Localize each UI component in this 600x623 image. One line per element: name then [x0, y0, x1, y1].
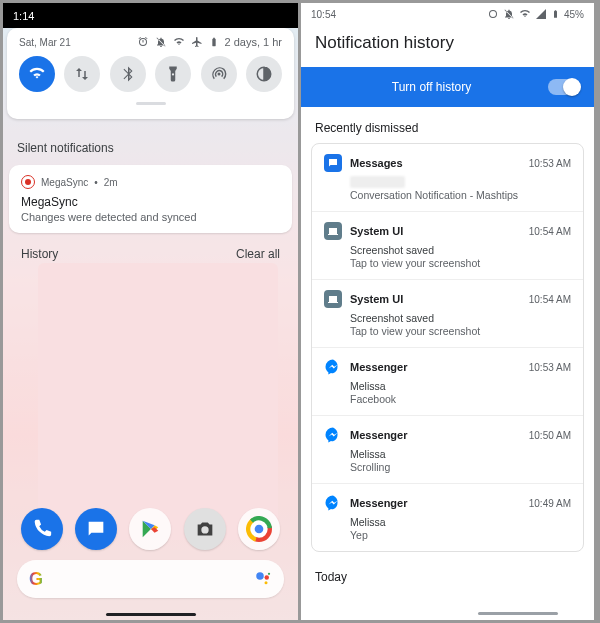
redacted-sender — [350, 176, 405, 188]
assistant-icon[interactable] — [254, 570, 272, 588]
history-app-name: Messenger — [350, 429, 521, 441]
wifi-icon — [519, 8, 531, 20]
phone-app-icon[interactable] — [21, 508, 63, 550]
messenger-app-icon — [324, 426, 342, 444]
history-app-name: System UI — [350, 225, 521, 237]
battery-pct: 45% — [564, 9, 584, 20]
history-time: 10:50 AM — [529, 430, 571, 441]
today-header: Today — [301, 562, 594, 592]
history-line1: Melissa — [350, 380, 571, 392]
qs-tile-bluetooth[interactable] — [110, 56, 146, 92]
system-ui-app-icon — [324, 222, 342, 240]
google-logo-icon: G — [29, 569, 43, 590]
history-app-name: Messages — [350, 157, 521, 169]
qs-tile-dark-theme[interactable] — [246, 56, 282, 92]
svg-point-4 — [255, 525, 264, 534]
history-line2: Scrolling — [350, 461, 571, 473]
history-line1: Screenshot saved — [350, 244, 571, 256]
flashlight-icon — [164, 65, 182, 83]
notification-app-name: MegaSync — [41, 177, 88, 188]
search-bar[interactable]: G — [17, 560, 284, 598]
dot-separator: • — [94, 177, 98, 188]
messenger-app-icon — [324, 494, 342, 512]
gesture-nav-handle[interactable] — [478, 612, 558, 615]
history-line1: Screenshot saved — [350, 312, 571, 324]
qs-status-icons: 2 days, 1 hr — [137, 36, 282, 48]
history-line2: Tap to view your screenshot — [350, 257, 571, 269]
history-line1: Melissa — [350, 516, 571, 528]
signal-icon — [535, 8, 547, 20]
notification-shade-screen: 1:14 Sat, Mar 21 2 days, 1 hr — [3, 3, 298, 620]
history-item[interactable]: Messenger10:53 AMMelissaFacebook — [312, 347, 583, 415]
battery-detail: 2 days, 1 hr — [225, 36, 282, 48]
history-line1: Melissa — [350, 448, 571, 460]
camera-app-icon[interactable] — [184, 508, 226, 550]
battery-icon — [209, 36, 219, 48]
notification-body: Changes were detected and synced — [21, 211, 280, 223]
notification-title: MegaSync — [21, 195, 280, 209]
status-time: 10:54 — [311, 9, 336, 20]
page-title: Notification history — [301, 25, 594, 67]
qs-tile-hotspot[interactable] — [201, 56, 237, 92]
history-time: 10:53 AM — [529, 158, 571, 169]
messenger-app-icon — [324, 358, 342, 376]
status-time: 1:14 — [13, 10, 34, 22]
silent-notifications-header: Silent notifications — [3, 141, 298, 155]
svg-point-5 — [256, 572, 264, 580]
history-time: 10:54 AM — [529, 294, 571, 305]
bluetooth-icon — [119, 65, 137, 83]
history-list: Messages10:53 AMConversation Notificatio… — [311, 143, 584, 552]
alarm-icon — [487, 8, 499, 20]
history-toggle[interactable] — [548, 79, 580, 95]
history-app-name: Messenger — [350, 497, 521, 509]
system-ui-app-icon — [324, 290, 342, 308]
wifi-icon — [173, 36, 185, 48]
history-time: 10:54 AM — [529, 226, 571, 237]
mobile-data-icon — [73, 65, 91, 83]
play-store-app-icon[interactable] — [129, 508, 171, 550]
gesture-nav-handle[interactable] — [106, 613, 196, 616]
toggle-label: Turn off history — [315, 80, 548, 94]
messages-app-icon[interactable] — [75, 508, 117, 550]
airplane-icon — [191, 36, 203, 48]
history-item[interactable]: Messages10:53 AMConversation Notificatio… — [312, 144, 583, 211]
recently-dismissed-header: Recently dismissed — [301, 107, 594, 143]
history-item[interactable]: Messenger10:50 AMMelissaScrolling — [312, 415, 583, 483]
clear-all-button[interactable]: Clear all — [236, 247, 280, 261]
qs-tile-wifi[interactable] — [19, 56, 55, 92]
qs-tile-data[interactable] — [64, 56, 100, 92]
qs-date: Sat, Mar 21 — [19, 37, 71, 48]
dnd-off-icon — [155, 36, 167, 48]
battery-icon — [551, 8, 560, 20]
notification-card[interactable]: MegaSync • 2m MegaSync Changes were dete… — [9, 165, 292, 233]
history-line2: Yep — [350, 529, 571, 541]
history-line2: Tap to view your screenshot — [350, 325, 571, 337]
history-item[interactable]: Messenger10:49 AMMelissaYep — [312, 483, 583, 551]
status-bar: 10:54 45% — [301, 3, 594, 25]
notification-age: 2m — [104, 177, 118, 188]
chrome-app-icon[interactable] — [238, 508, 280, 550]
notification-history-screen: 10:54 45% Notification history Turn off … — [301, 3, 594, 620]
svg-point-6 — [265, 575, 270, 580]
messages-app-icon — [324, 154, 342, 172]
history-line2: Facebook — [350, 393, 571, 405]
history-app-name: System UI — [350, 293, 521, 305]
qs-tile-flashlight[interactable] — [155, 56, 191, 92]
history-time: 10:53 AM — [529, 362, 571, 373]
history-app-name: Messenger — [350, 361, 521, 373]
quick-settings-panel: Sat, Mar 21 2 days, 1 hr — [7, 28, 294, 119]
history-item[interactable]: System UI10:54 AMScreenshot savedTap to … — [312, 279, 583, 347]
history-toggle-bar[interactable]: Turn off history — [301, 67, 594, 107]
history-button[interactable]: History — [21, 247, 58, 261]
status-bar: 1:14 — [3, 3, 298, 28]
dnd-off-icon — [503, 8, 515, 20]
home-dock — [3, 508, 298, 550]
megasync-app-icon — [21, 175, 35, 189]
history-item[interactable]: System UI10:54 AMScreenshot savedTap to … — [312, 211, 583, 279]
history-time: 10:49 AM — [529, 498, 571, 509]
qs-expand-handle[interactable] — [136, 102, 166, 105]
dark-theme-icon — [255, 65, 273, 83]
alarm-icon — [137, 36, 149, 48]
svg-point-7 — [265, 581, 268, 584]
history-line2: Conversation Notification - Mashtips — [350, 189, 571, 201]
